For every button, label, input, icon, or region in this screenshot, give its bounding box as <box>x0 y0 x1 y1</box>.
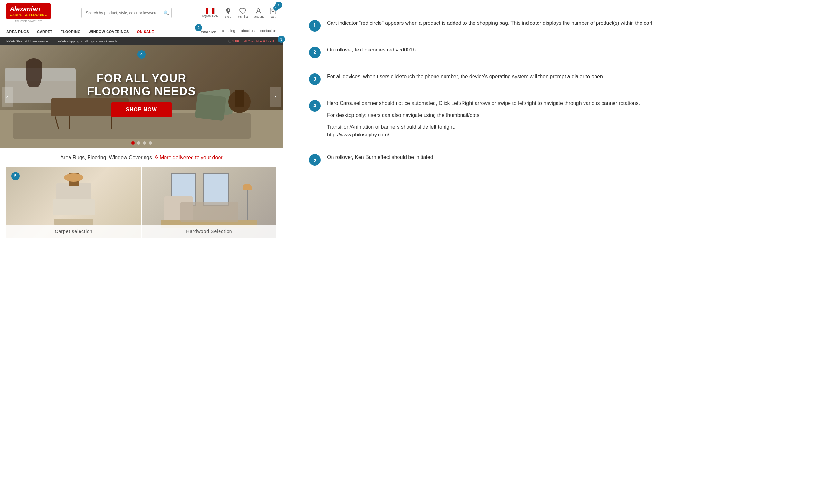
product-grid: 5 Carpet selection <box>0 167 283 244</box>
nav-contact-us[interactable]: contact us <box>261 29 277 34</box>
nav-installation[interactable]: installation <box>200 30 216 34</box>
annotation-4-para-2: For desktop only: users can also navigat… <box>327 111 640 119</box>
hardwood-room-illustration <box>161 170 258 228</box>
floor-lamp-shade <box>243 184 252 190</box>
annotation-1-bubble: 1 <box>275 2 282 9</box>
annotation-item-1: 1 Cart indicator "red circle" appears wh… <box>309 19 798 31</box>
annotation-4-bubble: 4 <box>137 50 146 59</box>
region-label: region: CAN <box>202 14 218 18</box>
annotations-panel: 1 Cart indicator "red circle" appears wh… <box>283 0 824 504</box>
annotation-text-1: Cart indicator "red circle" appears when… <box>327 19 654 27</box>
logo-brand: Alexanian <box>10 5 47 13</box>
product-card-hardwood[interactable]: Hardwood Selection <box>142 167 277 238</box>
info-bar: FREE Shop-at-Home service FREE shipping … <box>0 37 283 45</box>
hero-next-button[interactable]: › <box>270 87 281 107</box>
annotation-number-3: 3 <box>309 73 321 85</box>
account-label: account <box>253 15 264 18</box>
logo[interactable]: Alexanian Carpet & Flooring TRUSTED SINC… <box>6 3 50 22</box>
canada-flag <box>206 8 215 14</box>
hero-dots <box>131 141 152 144</box>
nav-carpet[interactable]: CARPET <box>37 30 53 33</box>
subtitle-highlight: & More delivered to your door <box>155 155 223 160</box>
carpet-label: Carpet selection <box>6 225 141 238</box>
subtitle-text-start: Area Rugs, Flooring, Window Coverings, <box>60 155 153 160</box>
account-icon-btn[interactable]: account <box>253 7 264 18</box>
annotation-text-4: Hero Carousel banner should not be autom… <box>327 99 640 139</box>
nav-cleaning[interactable]: cleaning <box>222 29 235 34</box>
info-shop-at-home: FREE Shop-at-Home service <box>6 39 48 43</box>
annotation-number-2: 2 <box>309 47 321 58</box>
search-button[interactable]: 🔍 <box>164 10 169 15</box>
svg-point-0 <box>258 9 260 11</box>
annotation-text-3: For all devices, when users click/touch … <box>327 73 604 81</box>
hero-text-block: FOR ALL YOUR FLOORING NEEDS Shop now <box>87 72 196 117</box>
header-right: region: CAN store wish list account <box>202 7 277 18</box>
hero-carousel: 4 FOR ALL YOUR FLOORING NEEDS Shop now ‹… <box>0 45 283 148</box>
nav-right: 2 installation cleaning about us contact… <box>200 29 277 34</box>
product-card-carpet[interactable]: 5 Carpet selection <box>6 167 141 238</box>
hero-headline: FOR ALL YOUR FLOORING NEEDS <box>87 72 196 98</box>
annotation-number-1: 1 <box>309 20 321 31</box>
annotation-item-3: 3 For all devices, when users click/touc… <box>309 73 798 85</box>
nav-about-us[interactable]: about us <box>241 29 254 34</box>
annotation-item-5: 5 On rollover, Ken Burn effect should be… <box>309 154 798 166</box>
hero-prev-button[interactable]: ‹ <box>2 87 13 107</box>
window-shape-2 <box>203 174 228 206</box>
hardwood-label: Hardwood Selection <box>142 225 277 238</box>
logo-area: Alexanian Carpet & Flooring TRUSTED SINC… <box>6 3 50 22</box>
header-icons: store wish list account 1 cart 1 <box>225 7 277 18</box>
hero-dot-3[interactable] <box>143 141 146 144</box>
subtitle-bar: Area Rugs, Flooring, Window Coverings, &… <box>0 148 283 167</box>
region-selector[interactable]: region: CAN <box>202 8 218 18</box>
annotation-2-bubble: 2 <box>195 24 202 31</box>
shop-now-button[interactable]: Shop now <box>111 102 172 117</box>
annotation-text-2: On rollover, text becomes red #cd001b <box>327 46 416 54</box>
cart-icon-btn[interactable]: 1 cart 1 <box>270 7 277 18</box>
floor-lamp-pole <box>246 190 248 222</box>
annotation-text-5: On rollover, Ken Burn effect should be i… <box>327 154 433 162</box>
annotation-number-4: 4 <box>309 100 321 112</box>
hero-dot-4[interactable] <box>149 141 152 144</box>
annotation-5-bubble: 5 <box>11 172 20 180</box>
lamp-shade <box>64 174 83 182</box>
main-nav: AREA RUGS CARPET FLOORING WINDOW COVERIN… <box>0 26 283 37</box>
search-input[interactable] <box>82 8 172 18</box>
account-icon <box>255 7 262 14</box>
store-icon-btn[interactable]: store <box>225 7 232 18</box>
website-panel: Alexanian Carpet & Flooring TRUSTED SINC… <box>0 0 283 504</box>
carpet-floor <box>55 218 93 225</box>
nav-area-rugs[interactable]: AREA RUGS <box>6 30 29 33</box>
logo-sub: Carpet & Flooring <box>10 13 47 17</box>
info-shipping: FREE shipping on all rugs across Canada <box>58 39 117 43</box>
annotation-4-para-1: Hero Carousel banner should not be autom… <box>327 99 640 107</box>
logo-trusted: TRUSTED SINCE 1925 <box>6 20 50 22</box>
annotation-number-5: 5 <box>309 154 321 166</box>
wishlist-icon-btn[interactable]: wish list <box>237 7 248 18</box>
annotation-item-2: 2 On rollover, text becomes red #cd001b <box>309 46 798 58</box>
location-icon <box>225 7 232 14</box>
header: Alexanian Carpet & Flooring TRUSTED SINC… <box>0 0 283 26</box>
wishlist-label: wish list <box>237 15 248 18</box>
heart-icon <box>239 7 246 14</box>
nav-annotation-wrapper: 2 installation <box>200 29 216 34</box>
chair-seat <box>53 199 95 215</box>
nav-on-sale[interactable]: ON SALE <box>137 30 154 33</box>
annotation-4-para-3: Transition/Animation of banners should s… <box>327 123 640 139</box>
hero-dot-2[interactable] <box>137 141 140 144</box>
rug-overlay <box>180 202 238 222</box>
product-annotation-wrapper: 5 <box>11 172 20 180</box>
nav-flooring[interactable]: FLOORING <box>61 30 81 33</box>
hero-carousel-annotation-wrapper: 4 <box>137 50 146 59</box>
nav-window-coverings[interactable]: WINDOW COVERINGS <box>89 30 129 33</box>
annotation-item-4: 4 Hero Carousel banner should not be aut… <box>309 99 798 139</box>
hero-dot-1[interactable] <box>131 141 134 144</box>
cart-label: cart <box>270 15 275 18</box>
search-bar: 🔍 <box>82 8 172 18</box>
store-label: store <box>225 15 231 18</box>
carpet-room-illustration <box>49 174 98 225</box>
phone-number[interactable]: 📞 1-866-878-2525 M-F-9-5 (ES... 3 <box>227 39 277 43</box>
